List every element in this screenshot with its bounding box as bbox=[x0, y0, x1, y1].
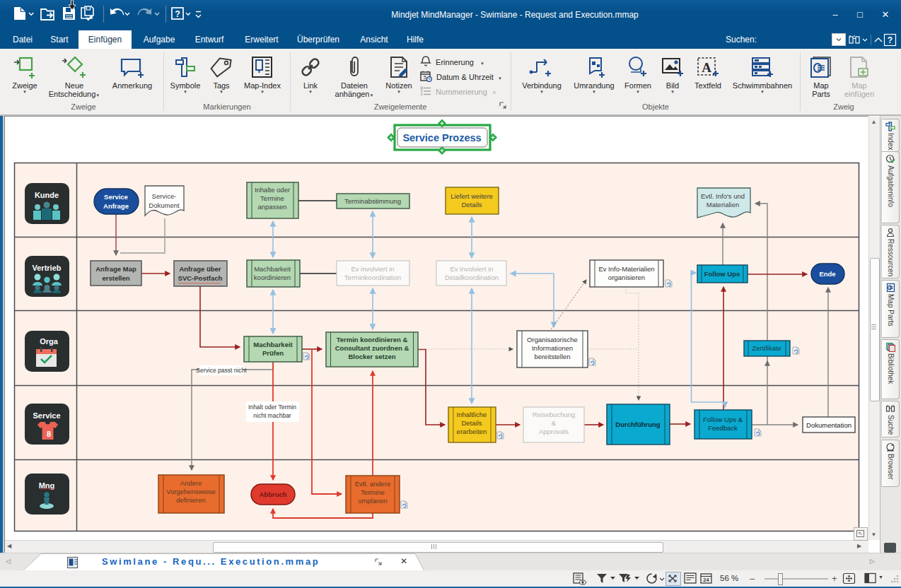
svg-text:Vertrieb: Vertrieb bbox=[33, 264, 62, 272]
svg-text:organisieren: organisieren bbox=[608, 274, 645, 281]
svg-text:Blocker setzen: Blocker setzen bbox=[348, 353, 395, 360]
svg-text:24: 24 bbox=[703, 577, 709, 583]
svg-text:Ev Info-Materialien: Ev Info-Materialien bbox=[598, 265, 654, 273]
svg-text:Inhalte oder: Inhalte oder bbox=[255, 186, 290, 194]
svg-text:Abbruch: Abbruch bbox=[259, 490, 286, 498]
svg-text:Details: Details bbox=[461, 201, 482, 208]
svg-text:Service passt nicht: Service passt nicht bbox=[196, 367, 247, 374]
svg-text:bereitstellen: bereitstellen bbox=[534, 353, 570, 360]
svg-text:anpassen: anpassen bbox=[257, 203, 286, 211]
svg-text:Zertifikate: Zertifikate bbox=[752, 344, 781, 352]
svg-text:8: 8 bbox=[47, 430, 51, 438]
svg-text:nicht machbar: nicht machbar bbox=[253, 412, 291, 419]
svg-text:Evtl. Info's und: Evtl. Info's und bbox=[701, 192, 745, 200]
svg-text:Termine: Termine bbox=[260, 194, 284, 202]
svg-text:Consultant zuordnen &: Consultant zuordnen & bbox=[335, 344, 409, 352]
svg-text:Organisatorische: Organisatorische bbox=[527, 336, 578, 343]
svg-text:Terminkoordination: Terminkoordination bbox=[344, 274, 401, 281]
svg-text:?: ? bbox=[888, 35, 893, 45]
svg-text:koordinieren: koordinieren bbox=[254, 274, 291, 281]
svg-text:Reisebuchung: Reisebuchung bbox=[533, 411, 576, 418]
svg-text:A: A bbox=[702, 60, 711, 75]
svg-text:Ev involviert in: Ev involviert in bbox=[450, 265, 493, 273]
svg-text:Materialien: Materialien bbox=[707, 201, 739, 208]
svg-text:Service Prozess: Service Prozess bbox=[402, 132, 481, 143]
svg-text:Inhalt oder Termin: Inhalt oder Termin bbox=[248, 404, 296, 411]
svg-text:Detailkoordination: Detailkoordination bbox=[445, 274, 499, 281]
svg-text:SVC-Postfach: SVC-Postfach bbox=[178, 274, 223, 282]
svg-text:erstellen: erstellen bbox=[102, 274, 129, 282]
svg-text:Termin koordinieren &: Termin koordinieren & bbox=[337, 336, 408, 343]
svg-text:Vorgehensweise: Vorgehensweise bbox=[166, 488, 216, 495]
svg-text:Anfrage: Anfrage bbox=[103, 202, 129, 210]
svg-text:&: & bbox=[552, 419, 557, 427]
svg-text:Dokumentation: Dokumentation bbox=[806, 421, 851, 429]
svg-text:Durchführung: Durchführung bbox=[615, 421, 661, 428]
svg-text:umplanen: umplanen bbox=[358, 497, 388, 505]
svg-text:erarbeiten: erarbeiten bbox=[457, 428, 487, 435]
svg-text:Details: Details bbox=[461, 419, 482, 427]
svg-text:Service: Service bbox=[33, 411, 60, 420]
svg-text:Terminabstimmung: Terminabstimmung bbox=[344, 197, 401, 205]
svg-text:Termine: Termine bbox=[361, 488, 385, 496]
svg-text:Feedback: Feedback bbox=[708, 424, 738, 432]
svg-text:Inhaltliche: Inhaltliche bbox=[457, 411, 487, 418]
svg-text:Approvals: Approvals bbox=[539, 428, 569, 435]
svg-text:Liefert weitere: Liefert weitere bbox=[450, 192, 493, 200]
svg-text:Machbarkeit: Machbarkeit bbox=[254, 265, 291, 273]
svg-text:Prüfen: Prüfen bbox=[262, 349, 284, 357]
svg-text:Andere: Andere bbox=[180, 479, 202, 487]
svg-text:Evtl. andere: Evtl. andere bbox=[355, 480, 391, 488]
svg-text:Informationen: Informationen bbox=[532, 344, 573, 352]
svg-text:definieren: definieren bbox=[176, 496, 206, 504]
svg-text:Service-: Service- bbox=[152, 192, 177, 200]
svg-text:Ev involviert in: Ev involviert in bbox=[351, 265, 394, 273]
svg-text:Machbarkeit: Machbarkeit bbox=[253, 341, 293, 348]
svg-text:Follow Ups: Follow Ups bbox=[704, 270, 740, 278]
svg-text:Follow Ups &: Follow Ups & bbox=[703, 416, 743, 423]
svg-text:Kunde: Kunde bbox=[35, 191, 59, 199]
svg-text:Anfrage über: Anfrage über bbox=[179, 265, 221, 273]
svg-text:Service: Service bbox=[104, 193, 128, 201]
svg-text:Anfrage Map: Anfrage Map bbox=[95, 265, 136, 273]
svg-text:Dokument: Dokument bbox=[149, 201, 180, 209]
svg-text:Orga: Orga bbox=[40, 337, 59, 346]
svg-text:Ende: Ende bbox=[819, 270, 835, 278]
